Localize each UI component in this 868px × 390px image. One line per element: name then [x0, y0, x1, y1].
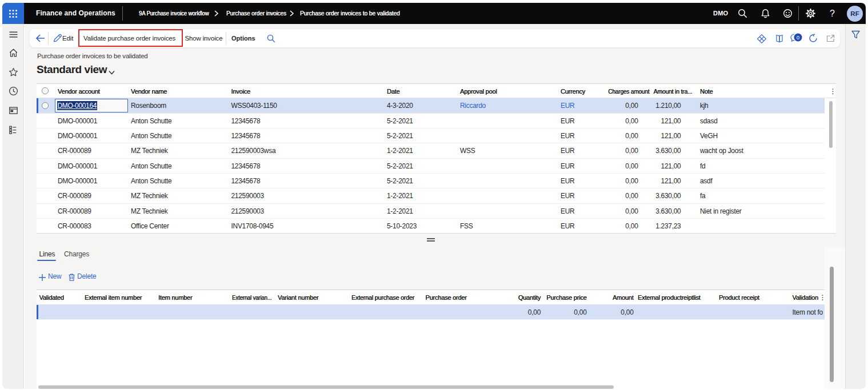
- svg-text:0: 0: [797, 34, 799, 41]
